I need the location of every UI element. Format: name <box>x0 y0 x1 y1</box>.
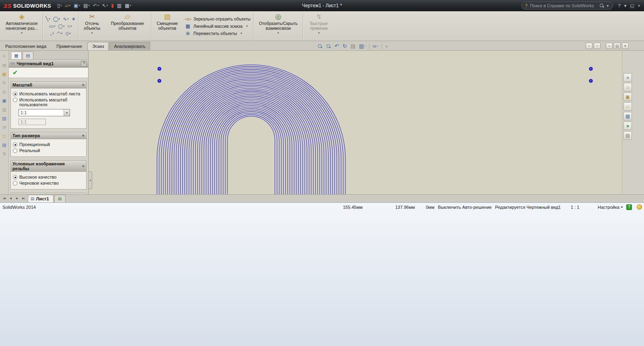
rebuild-icon[interactable]: ↻ <box>2 80 6 86</box>
help-menu-icon[interactable]: ▾ <box>623 3 628 9</box>
radio-button-icon[interactable] <box>13 148 17 153</box>
scale-section-header[interactable]: Масштаб » <box>11 82 86 89</box>
new-document-icon[interactable]: ▯▾ <box>56 2 63 9</box>
view-palette-icon[interactable]: ▦ <box>623 112 632 120</box>
coil-turn-sketch-line[interactable] <box>196 93 307 194</box>
coil-turn-sketch-line[interactable] <box>168 72 335 194</box>
select-arrow-icon[interactable]: ↖ <box>2 54 6 59</box>
move-entities-button[interactable]: ⊕ Переместить объекты ▾ <box>185 31 251 36</box>
combo-arrow-icon[interactable]: ▼ <box>64 109 70 116</box>
dropdown-arrow-icon[interactable]: ▾ <box>97 4 99 7</box>
coil-turn-sketch-line[interactable] <box>200 96 303 194</box>
radio-button-icon[interactable] <box>13 98 17 102</box>
coil-turn-sketch-line[interactable] <box>161 68 341 194</box>
open-document-icon[interactable]: ▱▾ <box>64 2 72 9</box>
property-manager-tab[interactable]: ▦ <box>11 51 22 59</box>
color-display-icon[interactable]: ▨ <box>2 142 6 148</box>
dropdown-arrow-icon[interactable]: ▾ <box>52 32 54 35</box>
dropdown-arrow-icon[interactable]: ▾ <box>364 45 366 48</box>
dropdown-arrow-icon[interactable]: ▾ <box>63 25 64 28</box>
hide-show-items-icon[interactable]: ∞▾ <box>372 43 379 49</box>
ellipse-icon[interactable]: ○▾ <box>67 23 72 29</box>
dropdown-arrow-icon[interactable]: ▾ <box>60 4 62 7</box>
radio-option[interactable]: Высокое качество <box>13 175 85 179</box>
dimension-type-header[interactable]: Тип размера » <box>11 132 86 139</box>
doc-minimize-button[interactable]: – <box>606 43 613 49</box>
dropdown-arrow-icon[interactable]: ▾ <box>241 32 242 35</box>
coil-turn-sketch-line[interactable] <box>219 110 283 194</box>
mirror-entities-button[interactable]: ◅▻ Зеркально отразить объекты <box>185 16 251 22</box>
radio-option[interactable]: Реальный <box>13 148 85 153</box>
last-sheet-icon[interactable]: ▶| <box>21 197 27 200</box>
dropdown-arrow-icon[interactable]: ▾ <box>69 4 71 7</box>
circle-icon[interactable]: ◯▾ <box>53 16 61 22</box>
scale-combo[interactable]: 1:1 ▼ <box>19 109 70 116</box>
scale-text-field[interactable]: 1:1 <box>19 119 46 125</box>
dropdown-arrow-icon[interactable]: ▾ <box>67 17 68 21</box>
app-restore-icon[interactable]: ◱ <box>629 3 635 9</box>
tab-annotation[interactable]: Примечание <box>52 42 87 50</box>
convert-entities-button[interactable]: ▱ Преобразование объектов <box>106 12 149 40</box>
solidworks-resources-icon[interactable]: ⌂ <box>623 83 632 91</box>
undo-icon[interactable]: ↶▾ <box>92 2 100 9</box>
tab-evaluate[interactable]: Анализировать <box>109 42 150 50</box>
rectangle-icon[interactable]: ▭▾ <box>49 23 56 29</box>
design-binder-icon[interactable]: ▥ <box>116 2 123 9</box>
dropdown-arrow-icon[interactable]: ▾ <box>70 25 72 28</box>
trim-entities-button[interactable]: ✂ Отсечь объекты ▾ <box>80 12 104 40</box>
prev-sheet-icon[interactable]: ◀ <box>8 197 14 200</box>
dropdown-arrow-icon[interactable]: ▾ <box>21 31 23 35</box>
dropdown-arrow-icon[interactable]: ▾ <box>246 25 248 28</box>
help-search-box[interactable]: ? Поиск в Справке по SolidWorks ▾ <box>521 2 613 10</box>
drawing-sheet[interactable] <box>89 51 622 194</box>
options-icon[interactable]: ▦▾ <box>124 2 132 9</box>
polygon-icon[interactable]: ◇▾ <box>65 31 71 36</box>
color-swatch-icon[interactable]: ▮ <box>110 2 115 9</box>
collapse-chevron-icon[interactable]: » <box>81 134 86 137</box>
dropdown-arrow-icon[interactable]: ▾ <box>49 17 50 21</box>
quick-snaps-button[interactable]: ↯ Быстрые привязки ▾ <box>305 12 332 40</box>
dropdown-arrow-icon[interactable]: ▾ <box>377 45 378 48</box>
sheet-tab-list1[interactable]: ▤ Лист1 <box>28 195 54 202</box>
coil-turn-sketch-line[interactable] <box>189 88 314 194</box>
customize-arrow-icon[interactable]: ▴ <box>621 205 623 208</box>
doc-close-button[interactable]: × <box>622 43 629 49</box>
split-view-2-button[interactable]: ▫ <box>594 43 601 49</box>
linear-sketch-pattern-button[interactable]: ▦ Линейный массив эскиза ▾ <box>185 23 251 29</box>
alignment-icon[interactable]: ⇅ <box>2 151 6 157</box>
dropdown-arrow-icon[interactable]: ▾ <box>130 4 131 7</box>
coil-turn-sketch-line[interactable] <box>221 111 281 194</box>
collapse-chevron-icon[interactable]: » <box>81 165 86 167</box>
status-tag-icon[interactable] <box>637 204 642 210</box>
arc-icon[interactable]: ◠▾ <box>56 31 63 36</box>
radio-option[interactable]: Проекционный <box>13 142 85 147</box>
task-pane-expand-icon[interactable]: « <box>623 73 632 82</box>
panel-collapse-handle[interactable]: ◂ <box>89 171 92 189</box>
first-sheet-icon[interactable]: |◀ <box>1 197 7 200</box>
zoom-to-area-icon[interactable] <box>326 44 331 49</box>
next-sheet-icon[interactable]: ▶ <box>14 197 20 200</box>
dropdown-arrow-icon[interactable]: ▾ <box>70 32 71 35</box>
previous-view-icon[interactable]: ↶ <box>334 43 339 49</box>
snap-marker-icon[interactable] <box>157 67 161 71</box>
select-icon[interactable]: ↖▾ <box>101 2 109 9</box>
custom-properties-icon[interactable]: ▤ <box>623 131 632 140</box>
line-style-icon[interactable]: ⇄ <box>2 125 6 130</box>
radio-option[interactable]: Использовать масштаб пользователя <box>13 97 85 107</box>
dropdown-arrow-icon[interactable]: ▾ <box>59 17 60 21</box>
design-library-icon[interactable]: ▣ <box>623 93 632 101</box>
doc-restore-button[interactable]: ◱ <box>614 43 621 49</box>
coil-turn-sketch-line[interactable] <box>183 84 320 194</box>
search-icon[interactable] <box>599 3 604 8</box>
search-dropdown-icon[interactable]: ▾ <box>607 3 609 8</box>
auto-dimension-button[interactable]: ◈ Автоматическое нанесение раз... ▾ <box>3 12 41 40</box>
snap-marker-icon[interactable] <box>589 79 593 83</box>
coil-turn-sketch-line[interactable] <box>225 115 277 194</box>
dropdown-arrow-icon[interactable]: ▾ <box>278 31 279 35</box>
dropdown-arrow-icon[interactable]: ▾ <box>78 4 80 7</box>
appearances-scenes-icon[interactable]: ● <box>623 122 632 130</box>
annotations-icon[interactable]: ▣ <box>2 98 6 103</box>
snap-marker-icon[interactable] <box>589 67 593 71</box>
radio-option[interactable]: Черновое качество <box>13 181 85 185</box>
radio-button-icon[interactable] <box>13 142 17 147</box>
